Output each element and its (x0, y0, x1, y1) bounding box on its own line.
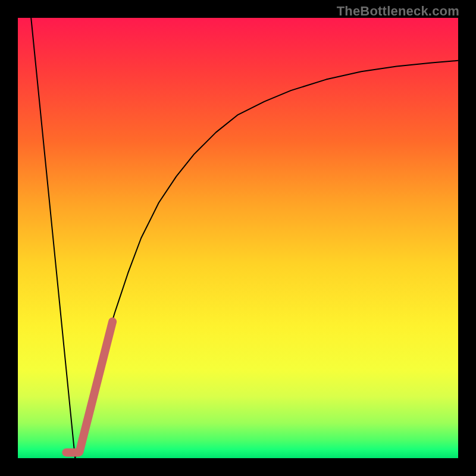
watermark-text: TheBottleneck.com (337, 4, 459, 19)
chart-background-gradient (18, 18, 458, 458)
chart-container: TheBottleneck.com (0, 0, 476, 476)
